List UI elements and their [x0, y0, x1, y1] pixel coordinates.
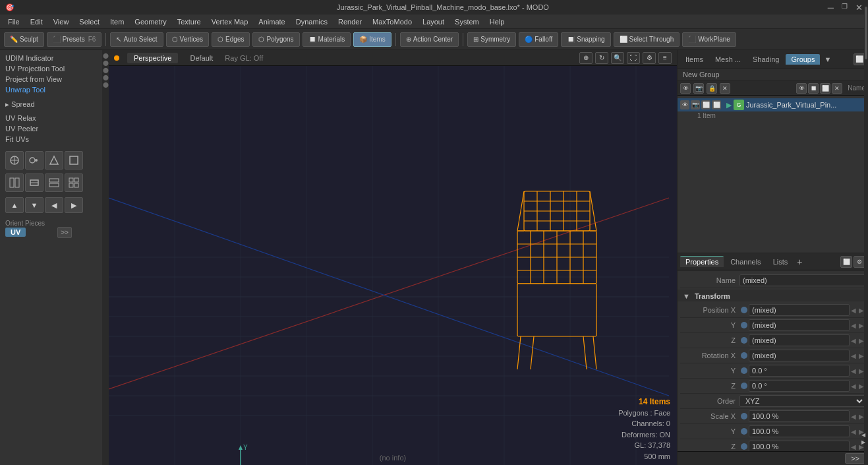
props-popout-button[interactable]: ⬜ [840, 256, 852, 268]
viewport-settings-button[interactable]: ⚙ [643, 52, 656, 64]
window-controls[interactable]: ─ ❐ ✕ [828, 3, 863, 13]
prop-pos-z-dot[interactable] [741, 337, 747, 344]
prop-pos-x-dec[interactable]: ◀ [850, 307, 857, 314]
prop-scale-y-dot[interactable] [741, 428, 747, 435]
uv-mode-button[interactable]: UV [5, 228, 26, 237]
canvas-area[interactable]: Y X Z 14 Items Polygons : Face Channels:… [109, 66, 677, 465]
menu-file[interactable]: File [3, 16, 25, 27]
action-center-button[interactable]: ⊕ Action Center [400, 32, 459, 47]
spread-tool[interactable]: ▸ Spread [3, 99, 100, 110]
prop-rot-z-input[interactable] [749, 380, 850, 392]
tool-icon-4[interactable] [65, 151, 83, 170]
new-group-button[interactable]: New Group [678, 69, 868, 81]
viewport-refresh-button[interactable]: ↻ [595, 52, 608, 64]
prop-rot-y-input[interactable] [749, 365, 850, 377]
viewport-fullscreen-button[interactable]: ⛶ [627, 52, 640, 64]
tab-channels[interactable]: Channels [725, 257, 766, 267]
prop-pos-y-dec[interactable]: ◀ [850, 322, 857, 329]
tab-properties[interactable]: Properties [680, 256, 724, 267]
prop-pos-z-dec[interactable]: ◀ [850, 337, 857, 344]
render-icon[interactable]: 📷 [693, 83, 704, 94]
tab-shading[interactable]: Shading [747, 54, 784, 65]
uv-peeler-tool[interactable]: UV Peeler [3, 123, 100, 134]
prop-rot-x-dot[interactable] [741, 352, 747, 359]
close-button[interactable]: ✕ [855, 3, 863, 13]
restore-button[interactable]: ❐ [842, 3, 848, 13]
hide-icon[interactable]: ✕ [720, 83, 730, 94]
visibility-icon[interactable]: 👁 [680, 83, 691, 94]
tab-mesh[interactable]: Mesh ... [710, 54, 746, 65]
prop-rot-x-dec[interactable]: ◀ [850, 352, 857, 359]
arrow-up-button[interactable]: ▲ [5, 197, 24, 213]
prop-pos-x-dot[interactable] [741, 307, 747, 313]
expand-button[interactable]: >> [57, 227, 72, 238]
right-tab-chevron[interactable]: ▼ [821, 54, 834, 65]
item-vis-toggle[interactable]: 👁 [680, 100, 689, 109]
menu-select[interactable]: Select [74, 16, 105, 27]
prop-scale-x-dot[interactable] [741, 413, 747, 419]
workplane-button[interactable]: ⬛ WorkPlane [682, 32, 736, 47]
props-expand-arrows-button[interactable]: >> [845, 453, 865, 464]
prop-rot-z-dec[interactable]: ◀ [850, 383, 857, 390]
cam-icon2[interactable]: 🔲 [808, 83, 819, 94]
viewport-tab-default[interactable]: Default [183, 53, 219, 63]
menu-help[interactable]: Help [484, 16, 510, 27]
menu-maxtomodo[interactable]: MaxToModo [367, 16, 417, 27]
x-icon2[interactable]: ✕ [832, 83, 842, 94]
item-render-toggle[interactable]: 📷 [691, 100, 700, 109]
select-through-button[interactable]: ⬜ Select Through [614, 32, 680, 47]
prop-name-input[interactable] [739, 274, 865, 286]
right-scrollbar[interactable]: ◀ ▶ [864, 270, 868, 451]
item-lock-toggle[interactable]: ⬜ [701, 100, 710, 109]
item-row[interactable]: 👁 📷 ⬜ ⬜ ▶ G Jurassic_Park_Virtual_Pin... [678, 98, 868, 111]
menu-vertex-map[interactable]: Vertex Map [206, 16, 254, 27]
menu-animate[interactable]: Animate [253, 16, 290, 27]
prop-pos-x-input[interactable] [749, 304, 850, 316]
sculpt-button[interactable]: ✏️ Sculpt [4, 32, 44, 47]
uv-relax-tool[interactable]: UV Relax [3, 113, 100, 123]
add-tab-button[interactable]: + [794, 257, 805, 267]
tool-icon-7[interactable] [45, 173, 63, 192]
prop-scale-y-dec[interactable]: ◀ [850, 428, 857, 435]
fit-uvs-tool[interactable]: Fit UVs [3, 134, 100, 144]
prop-rot-y-dot[interactable] [741, 367, 747, 374]
falloff-button[interactable]: 🔵 Falloff [519, 32, 558, 47]
menu-render[interactable]: Render [333, 16, 367, 27]
viewport-more-button[interactable]: ≡ [658, 52, 672, 64]
tool-icon-6[interactable] [25, 173, 43, 192]
prop-scale-y-input[interactable] [749, 425, 850, 437]
prop-scale-z-dot[interactable] [741, 443, 747, 450]
tab-lists[interactable]: Lists [768, 257, 794, 267]
tool-icon-8[interactable] [65, 173, 83, 192]
tool-icon-1[interactable] [5, 151, 24, 170]
materials-button[interactable]: 🔲 Materials [303, 32, 351, 47]
menu-system[interactable]: System [449, 16, 484, 27]
prop-pos-y-dot[interactable] [741, 322, 747, 328]
vertices-button[interactable]: ⬡ Vertices [166, 32, 210, 47]
arrow-down-button[interactable]: ▼ [25, 197, 43, 213]
menu-edit[interactable]: Edit [25, 16, 48, 27]
edges-button[interactable]: ⬡ Edges [212, 32, 250, 47]
menu-item[interactable]: Item [105, 16, 129, 27]
viewport-navigate-button[interactable]: ⊕ [579, 52, 593, 64]
arrow-right-button[interactable]: ▶ [65, 197, 83, 213]
snapping-button[interactable]: 🔲 Snapping [561, 32, 610, 47]
menu-view[interactable]: View [48, 16, 74, 27]
tool-icon-3[interactable] [45, 151, 63, 170]
polygons-button[interactable]: ⬡ Polygons [252, 32, 299, 47]
prop-rot-x-input[interactable] [749, 350, 850, 361]
prop-rot-y-dec[interactable]: ◀ [850, 367, 857, 375]
menu-geometry[interactable]: Geometry [129, 16, 171, 27]
prop-scale-z-dec[interactable]: ◀ [850, 443, 857, 450]
presets-button[interactable]: ⬛ Presets F6 [47, 32, 102, 47]
arrow-left-button[interactable]: ◀ [45, 197, 63, 213]
uv-projection-tool[interactable]: UV Projection Tool [3, 63, 100, 74]
prop-scale-x-input[interactable] [749, 410, 850, 422]
item-hide-toggle[interactable]: ⬜ [712, 100, 721, 109]
prop-scale-x-dec[interactable]: ◀ [850, 413, 857, 420]
minimize-button[interactable]: ─ [828, 3, 834, 13]
tool-icon-2[interactable] [25, 151, 43, 170]
auto-select-button[interactable]: ↖ Auto Select [110, 32, 163, 47]
tab-items[interactable]: Items [680, 54, 709, 65]
project-from-view-tool[interactable]: Project from View [3, 74, 100, 84]
